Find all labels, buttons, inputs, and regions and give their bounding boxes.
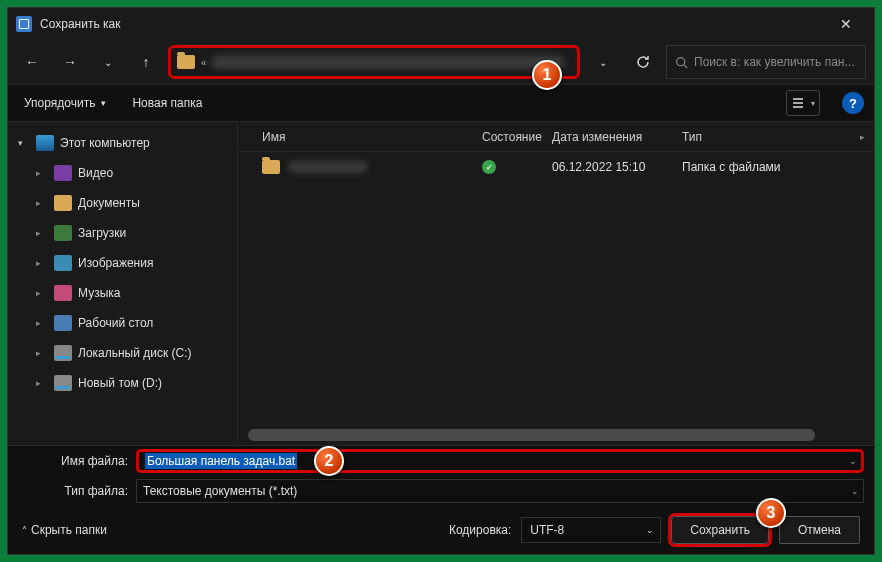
chevron-down-icon: ▾ — [101, 98, 106, 108]
back-button[interactable]: ← — [16, 46, 48, 78]
encoding-label: Кодировка: — [449, 523, 511, 537]
close-button[interactable]: ✕ — [826, 8, 866, 40]
desktop-icon — [54, 315, 72, 331]
horizontal-scrollbar[interactable] — [248, 429, 864, 441]
view-mode-button[interactable]: ▾ — [786, 90, 820, 116]
folder-icon — [177, 55, 195, 69]
disk-icon — [54, 375, 72, 391]
sync-ok-icon: ✓ — [482, 160, 496, 174]
annotation-marker-1: 1 — [532, 60, 562, 90]
svg-point-0 — [677, 57, 685, 65]
col-date[interactable]: Дата изменения — [552, 130, 682, 144]
filetype-label: Тип файла: — [18, 484, 128, 498]
address-bar[interactable]: « — [168, 45, 580, 79]
window-title: Сохранить как — [40, 17, 826, 31]
forward-button[interactable]: → — [54, 46, 86, 78]
filetype-select[interactable]: Текстовые документы (*.txt) ⌄ — [136, 479, 864, 503]
breadcrumb-overflow-icon: « — [201, 57, 207, 68]
annotation-marker-3: 3 — [756, 498, 786, 528]
folder-name-blurred — [288, 161, 368, 173]
annotation-marker-2: 2 — [314, 446, 344, 476]
row-type: Папка с файлами — [682, 160, 874, 174]
chevron-down-icon: ⌄ — [646, 525, 654, 535]
file-list: Имя Состояние Дата изменения Тип ▸ ✓ 06.… — [238, 122, 874, 445]
row-date: 06.12.2022 15:10 — [552, 160, 682, 174]
search-placeholder: Поиск в: как увеличить пан... — [694, 55, 854, 69]
tree-documents[interactable]: Документы — [8, 188, 237, 218]
col-state[interactable]: Состояние — [482, 130, 552, 144]
video-icon — [54, 165, 72, 181]
chevron-up-icon: ˄ — [22, 525, 27, 536]
organize-button[interactable]: Упорядочить▾ — [18, 92, 112, 114]
downloads-icon — [54, 225, 72, 241]
column-headers[interactable]: Имя Состояние Дата изменения Тип ▸ — [238, 122, 874, 152]
nav-bar: ← → ⌄ ↑ « ⌄ Поиск в: как увеличить пан..… — [8, 40, 874, 84]
tree-downloads[interactable]: Загрузки — [8, 218, 237, 248]
help-button[interactable]: ? — [842, 92, 864, 114]
tree-images[interactable]: Изображения — [8, 248, 237, 278]
tree-video[interactable]: Видео — [8, 158, 237, 188]
col-type[interactable]: Тип — [682, 130, 860, 144]
filetype-value: Текстовые документы (*.txt) — [143, 484, 297, 498]
tree-music[interactable]: Музыка — [8, 278, 237, 308]
search-input[interactable]: Поиск в: как увеличить пан... — [666, 45, 866, 79]
tree-desktop[interactable]: Рабочий стол — [8, 308, 237, 338]
filetype-dropdown-icon[interactable]: ⌄ — [851, 486, 859, 496]
disk-icon — [54, 345, 72, 361]
address-path — [211, 55, 565, 69]
up-button[interactable]: ↑ — [130, 46, 162, 78]
recent-button[interactable]: ⌄ — [92, 46, 124, 78]
folder-row[interactable]: ✓ 06.12.2022 15:10 Папка с файлами — [238, 152, 874, 182]
filename-dropdown-icon[interactable]: ⌄ — [849, 456, 857, 466]
col-name[interactable]: Имя — [262, 130, 482, 144]
folder-icon — [262, 160, 280, 174]
music-icon — [54, 285, 72, 301]
address-dropdown-button[interactable]: ⌄ — [586, 45, 620, 79]
titlebar: Сохранить как ✕ — [8, 8, 874, 40]
encoding-select[interactable]: UTF-8⌄ — [521, 517, 661, 543]
new-folder-button[interactable]: Новая папка — [126, 92, 208, 114]
hide-folders-button[interactable]: ˄ Скрыть папки — [22, 523, 107, 537]
filename-input[interactable]: Большая панель задач.bat ⌄ — [136, 449, 864, 473]
bottom-panel: Имя файла: Большая панель задач.bat ⌄ Ти… — [8, 445, 874, 554]
save-button[interactable]: Сохранить — [671, 516, 769, 544]
notepad-icon — [16, 16, 32, 32]
documents-icon — [54, 195, 72, 211]
filename-value: Большая панель задач.bat — [145, 453, 297, 469]
tree-disk-c[interactable]: Локальный диск (C:) — [8, 338, 237, 368]
filename-label: Имя файла: — [18, 454, 128, 468]
refresh-button[interactable] — [626, 45, 660, 79]
toolbar: Упорядочить▾ Новая папка ▾ ? — [8, 84, 874, 122]
pc-icon — [36, 135, 54, 151]
tree-this-pc[interactable]: Этот компьютер — [8, 128, 237, 158]
cancel-button[interactable]: Отмена — [779, 516, 860, 544]
tree-disk-d[interactable]: Новый том (D:) — [8, 368, 237, 398]
images-icon — [54, 255, 72, 271]
col-more-icon[interactable]: ▸ — [860, 132, 874, 142]
sidebar: Этот компьютер Видео Документы Загрузки … — [8, 122, 238, 445]
